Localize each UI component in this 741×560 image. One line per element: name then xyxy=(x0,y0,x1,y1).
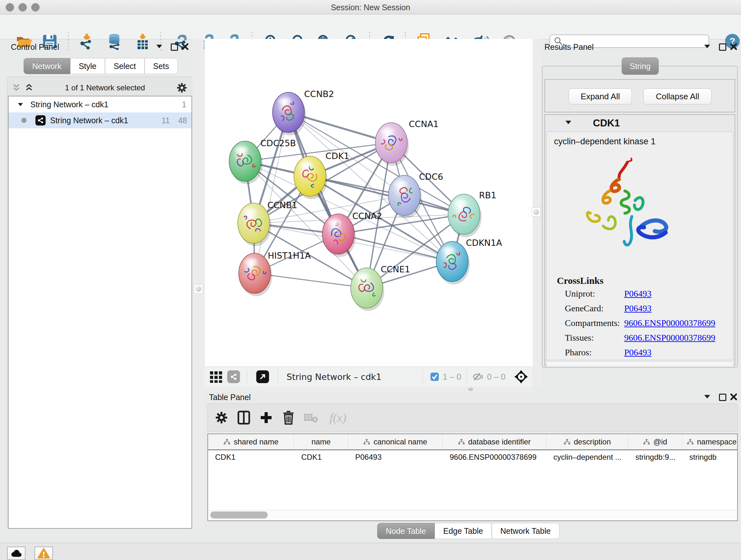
graph-node-CCNA1[interactable] xyxy=(375,123,409,166)
results-scrollbar[interactable] xyxy=(546,361,733,367)
crosslink-tissues-link[interactable]: 9606.ENSP00000378699 xyxy=(624,333,715,343)
delete-table-button[interactable] xyxy=(300,407,322,429)
hierarchy-icon xyxy=(643,439,650,445)
cell-id: stringdb:9... xyxy=(628,453,682,462)
hierarchy-icon xyxy=(687,439,694,445)
add-column-button[interactable] xyxy=(255,407,277,429)
table-splitter[interactable] xyxy=(204,387,532,392)
graph-node-label: CCNE1 xyxy=(381,264,410,274)
crosslink-pharos-link[interactable]: P06493 xyxy=(624,348,652,358)
open-in-browser-button[interactable] xyxy=(256,370,269,383)
crosslink-label: Pharos: xyxy=(565,348,592,358)
protein-structure-image xyxy=(571,152,680,261)
column-header-id[interactable]: @id xyxy=(628,434,682,449)
right-splitter-handle[interactable] xyxy=(532,207,541,216)
network-edge-count: 48 xyxy=(178,116,187,125)
tab-style[interactable]: Style xyxy=(70,58,105,74)
left-splitter[interactable] xyxy=(192,39,204,528)
table-tabs: Node Table Edge Table Network Table xyxy=(377,523,559,539)
tab-network-table[interactable]: Network Table xyxy=(492,523,559,539)
results-panel-float-icon[interactable] xyxy=(719,44,726,51)
network-options-gear-icon[interactable] xyxy=(176,82,188,94)
table-splitter-handle[interactable] xyxy=(468,388,473,391)
table-horizontal-scrollbar[interactable] xyxy=(209,510,737,520)
columns-icon xyxy=(238,411,250,425)
graph-node-CDC6[interactable] xyxy=(388,175,422,219)
table-panel-menu-icon[interactable] xyxy=(704,395,710,398)
fit-content-crosshair-icon[interactable] xyxy=(514,369,529,384)
network-share-button[interactable] xyxy=(227,370,240,383)
table-settings-button[interactable] xyxy=(210,407,232,429)
graph-node-CCNE1[interactable] xyxy=(351,268,384,311)
network-canvas[interactable]: CCNB2CCNA1CDC25BCDK1CDC6RB1CCNB1CCNA2CDK… xyxy=(204,39,533,367)
expand-all-button[interactable]: Expand All xyxy=(569,88,632,105)
collapse-all-chevron-icon[interactable] xyxy=(11,83,21,92)
column-header-canonical-name[interactable]: canonical name xyxy=(348,434,443,449)
cytoscape-window: Session: New Session xyxy=(0,0,741,560)
crosslink-genecard-link[interactable]: P06493 xyxy=(624,303,652,314)
graph-node-CDK1[interactable] xyxy=(294,156,327,199)
graph-node-CCNB2[interactable] xyxy=(273,92,306,135)
tab-select[interactable]: Select xyxy=(105,58,144,74)
results-panel-menu-icon[interactable] xyxy=(704,45,710,48)
status-bar: Memory xyxy=(0,543,741,560)
results-panel-title: Results Panel xyxy=(544,43,594,52)
collapse-all-button[interactable]: Collapse All xyxy=(643,88,712,105)
control-panel-tabs: Network Style Select Sets xyxy=(23,58,178,74)
column-header-shared-name[interactable]: shared name xyxy=(208,434,294,449)
crosslink-uniprot-link[interactable]: P06493 xyxy=(624,289,652,299)
network-selection-row: 1 of 1 Network selected xyxy=(11,81,188,94)
control-panel-menu-icon[interactable] xyxy=(156,45,162,48)
warnings-button[interactable] xyxy=(35,547,53,560)
column-header-namespace[interactable]: namespace xyxy=(682,434,737,449)
import-network-file-button[interactable] xyxy=(78,33,96,51)
control-panel-float-icon[interactable] xyxy=(171,44,178,51)
control-panel-close-icon[interactable] xyxy=(181,43,189,51)
cell-database-identifier: 9606.ENSP00000378699 xyxy=(443,453,546,462)
crosslink-label: Uniprot: xyxy=(565,289,595,299)
function-builder-button[interactable]: f(x) xyxy=(322,407,354,429)
table-row[interactable]: CDK1 CDK1 P06493 9606.ENSP00000378699 cy… xyxy=(208,450,737,464)
graph-node-RB1[interactable] xyxy=(448,194,482,237)
graph-node-CCNB1[interactable] xyxy=(238,203,271,246)
cloud-status-button[interactable] xyxy=(7,547,25,560)
expand-all-chevron-icon[interactable] xyxy=(24,83,34,92)
table-panel-float-icon[interactable] xyxy=(719,394,726,401)
graph-node-CCNA2[interactable] xyxy=(322,214,356,257)
column-header-database-identifier[interactable]: database identifier xyxy=(443,434,546,449)
grid-view-icon[interactable] xyxy=(209,370,223,383)
network-view-toolbar: String Network – cdk1 1 – 0 0 – 0 xyxy=(204,367,532,387)
collection-count: 1 xyxy=(182,100,186,109)
import-network-icon xyxy=(78,33,95,50)
left-splitter-handle[interactable] xyxy=(194,285,203,294)
graph-node-label: RB1 xyxy=(479,190,496,200)
crosslink-compartments-link[interactable]: 9606.ENSP00000378699 xyxy=(624,318,715,328)
cloud-icon xyxy=(10,549,23,558)
graph-node-HIST1H1A[interactable] xyxy=(239,253,272,296)
tab-network[interactable]: Network xyxy=(23,58,70,74)
tab-edge-table[interactable]: Edge Table xyxy=(434,523,492,539)
column-header-description[interactable]: description xyxy=(546,434,628,449)
string-network-graph[interactable]: CCNB2CCNA1CDC25BCDK1CDC6RB1CCNB1CCNA2CDK… xyxy=(205,39,533,367)
tab-sets[interactable]: Sets xyxy=(145,58,178,74)
delete-column-button[interactable] xyxy=(277,407,300,429)
cell-canonical-name: P06493 xyxy=(348,453,443,462)
import-network-from-database-button[interactable] xyxy=(106,33,124,51)
hierarchy-icon xyxy=(563,439,570,445)
column-header-name[interactable]: name xyxy=(294,434,348,449)
network-list-item[interactable]: String Network – cdk1 11 48 xyxy=(9,112,192,128)
table-header-row: shared name name canonical name database… xyxy=(208,434,737,450)
graph-node-CDKN1A[interactable] xyxy=(436,241,470,285)
network-collection-row[interactable]: String Network – cdk1 1 xyxy=(9,97,192,112)
collection-expand-icon[interactable] xyxy=(18,103,23,106)
gene-section-collapse-icon[interactable] xyxy=(565,121,571,124)
show-columns-button[interactable] xyxy=(232,407,255,429)
table-panel-close-icon[interactable] xyxy=(730,393,738,401)
graph-node-label: CCNB2 xyxy=(304,89,334,99)
tab-node-table[interactable]: Node Table xyxy=(377,523,434,539)
results-panel-close-icon[interactable] xyxy=(730,43,738,51)
scrollbar-thumb[interactable] xyxy=(210,511,268,518)
import-table-button[interactable] xyxy=(134,33,151,51)
tab-string[interactable]: String xyxy=(622,57,659,75)
selected-checkbox-icon[interactable] xyxy=(430,372,440,381)
